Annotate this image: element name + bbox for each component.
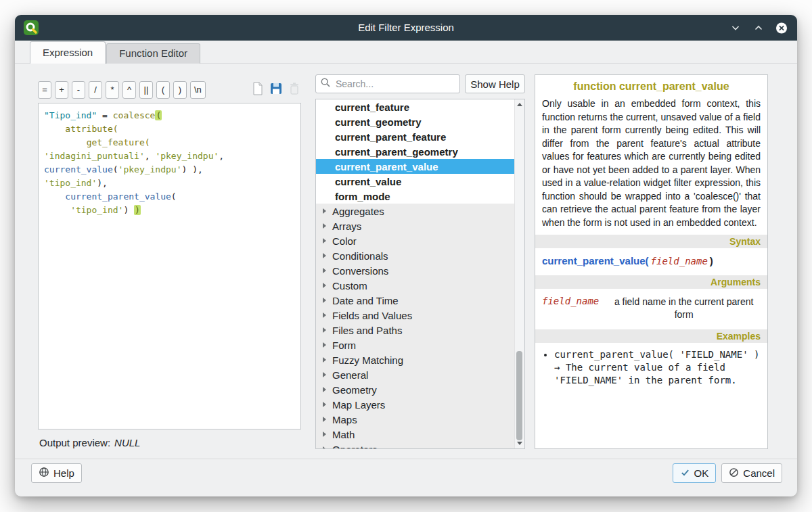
function-list-item-arrays[interactable]: Arrays xyxy=(316,218,515,233)
code-token: "Tipo_ind" xyxy=(44,110,97,120)
help-button[interactable]: Help xyxy=(31,463,82,483)
code-line: get_feature( xyxy=(44,136,295,149)
expand-triangle-icon[interactable] xyxy=(323,268,326,273)
expand-triangle-icon[interactable] xyxy=(323,298,326,303)
expand-triangle-icon[interactable] xyxy=(323,402,326,407)
code-line: 'tipo_ind'), xyxy=(44,177,295,190)
expand-triangle-icon[interactable] xyxy=(323,312,326,318)
tab-expression[interactable]: Expression xyxy=(30,41,106,64)
function-list-item-label: Fuzzy Matching xyxy=(332,354,403,366)
operator-button-close-paren[interactable]: ) xyxy=(173,81,187,99)
function-list-item-aggregates[interactable]: Aggregates xyxy=(316,204,515,218)
syntax-section-header: Syntax xyxy=(535,235,767,248)
titlebar[interactable]: Edit Filter Expression xyxy=(15,15,797,41)
code-token: ) xyxy=(123,205,134,215)
operator-button-concatenate[interactable]: || xyxy=(139,81,153,99)
expand-triangle-icon[interactable] xyxy=(323,283,326,288)
function-list-scrollbar[interactable] xyxy=(514,99,524,448)
function-list-item-date-and-time[interactable]: Date and Time xyxy=(316,293,515,308)
delete-expression-icon[interactable] xyxy=(288,81,301,99)
code-token: ) ), xyxy=(182,164,203,174)
function-list-item-conversions[interactable]: Conversions xyxy=(316,263,515,278)
function-list-item-color[interactable]: Color xyxy=(316,233,515,248)
expand-triangle-icon[interactable] xyxy=(323,342,326,348)
function-list-item-current-geometry[interactable]: current_geometry xyxy=(316,114,515,129)
help-title: function current_parent_value xyxy=(535,75,767,96)
expand-triangle-icon[interactable] xyxy=(323,238,326,243)
function-list-item-current-parent-feature[interactable]: current_parent_feature xyxy=(316,129,515,144)
cancel-button[interactable]: Cancel xyxy=(721,463,782,483)
expand-triangle-icon[interactable] xyxy=(323,432,326,437)
function-list-item-fields-and-values[interactable]: Fields and Values xyxy=(316,308,515,323)
operator-button-multiply[interactable]: * xyxy=(106,81,119,99)
expression-editor[interactable]: "Tipo_ind" = coalesce( attribute( get_fe… xyxy=(38,103,301,429)
operator-button-equals[interactable]: = xyxy=(38,81,51,99)
tabbar: Expression Function Editor xyxy=(30,41,200,64)
expand-triangle-icon[interactable] xyxy=(323,446,326,448)
new-expression-icon[interactable] xyxy=(251,81,265,99)
function-list-item-fuzzy-matching[interactable]: Fuzzy Matching xyxy=(316,352,515,367)
show-help-button[interactable]: Show Help xyxy=(465,74,525,93)
expression-toolbar-icons xyxy=(251,81,301,99)
help-description: Only usable in an embedded form context,… xyxy=(535,96,767,235)
function-list-item-general[interactable]: General xyxy=(316,367,515,382)
operator-button-minus[interactable]: - xyxy=(72,81,85,99)
function-list-item-current-feature[interactable]: current_feature xyxy=(316,99,515,114)
expand-triangle-icon[interactable] xyxy=(323,208,326,214)
shade-chevron-down-icon[interactable] xyxy=(729,22,742,34)
argument-row: field_name a field name in the current p… xyxy=(535,289,767,329)
function-list-item-map-layers[interactable]: Map Layers xyxy=(316,397,515,412)
function-list-item-label: Geometry xyxy=(332,384,377,396)
tab-function-editor[interactable]: Function Editor xyxy=(106,43,200,64)
example-result: The current value of a field 'FIELD_NAME… xyxy=(554,362,737,386)
ok-button[interactable]: OK xyxy=(673,463,717,483)
save-expression-icon[interactable] xyxy=(269,81,284,99)
function-list-item-conditionals[interactable]: Conditionals xyxy=(316,248,515,263)
expand-triangle-icon[interactable] xyxy=(323,417,326,422)
expand-triangle-icon[interactable] xyxy=(323,372,326,377)
function-list-item-operators[interactable]: Operators xyxy=(316,442,515,448)
operator-button-open-paren[interactable]: ( xyxy=(156,81,170,99)
operator-button-power[interactable]: ^ xyxy=(122,81,136,99)
function-list-item-current-parent-value[interactable]: current_parent_value xyxy=(316,159,515,174)
scroll-up-arrow-icon[interactable] xyxy=(517,103,522,106)
syntax-argument: field_name xyxy=(651,256,708,266)
code-token xyxy=(44,205,70,215)
scrollbar-thumb[interactable] xyxy=(516,351,522,440)
code-line: attribute( xyxy=(44,122,295,136)
function-list-item-geometry[interactable]: Geometry xyxy=(316,382,515,397)
expand-triangle-icon[interactable] xyxy=(323,387,326,392)
function-list-item-current-parent-geometry[interactable]: current_parent_geometry xyxy=(316,144,515,159)
function-list-item-label: Date and Time xyxy=(332,295,399,306)
operator-button-plus[interactable]: + xyxy=(55,81,68,99)
function-list-item-label: Operators xyxy=(332,444,378,449)
function-list-item-files-and-paths[interactable]: Files and Paths xyxy=(316,323,515,338)
function-list-item-form-mode[interactable]: form_mode xyxy=(316,189,515,204)
operator-buttons: =+-/*^||()\n xyxy=(38,81,206,99)
expand-triangle-icon[interactable] xyxy=(323,253,326,258)
code-token: ), xyxy=(97,178,108,188)
operator-toolbar: =+-/*^||()\n xyxy=(38,80,301,99)
function-list-item-label: current_feature xyxy=(335,101,409,113)
expand-triangle-icon[interactable] xyxy=(323,327,326,333)
close-icon[interactable] xyxy=(775,22,788,34)
function-list-item-math[interactable]: Math xyxy=(316,427,515,442)
expand-triangle-icon[interactable] xyxy=(323,223,326,229)
function-list-item-custom[interactable]: Custom xyxy=(316,278,515,293)
code-token: = xyxy=(97,110,112,120)
argument-name: field_name xyxy=(542,296,599,321)
function-list-item-current-value[interactable]: current_value xyxy=(316,174,515,189)
operator-button-newline[interactable]: \n xyxy=(190,81,206,99)
function-list-item-form[interactable]: Form xyxy=(316,338,515,352)
function-list-item-label: current_parent_feature xyxy=(335,131,446,143)
examples-list: current_parent_value( 'FIELD_NAME' ) → T… xyxy=(535,348,767,387)
expand-triangle-icon[interactable] xyxy=(323,357,326,363)
function-list-item-label: Arrays xyxy=(332,220,361,232)
function-list-item-maps[interactable]: Maps xyxy=(316,412,515,427)
operator-button-divide[interactable]: / xyxy=(89,81,102,99)
scroll-down-arrow-icon[interactable] xyxy=(517,442,522,445)
search-input[interactable] xyxy=(334,78,459,90)
output-preview-label: Output preview: xyxy=(39,437,110,448)
maximize-chevron-up-icon[interactable] xyxy=(752,22,765,34)
code-token xyxy=(44,137,87,147)
